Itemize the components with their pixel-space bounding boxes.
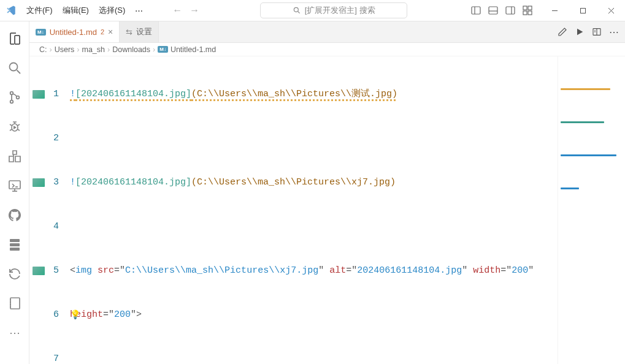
- activity-server[interactable]: [0, 232, 29, 257]
- image-thumb-icon: [33, 178, 45, 187]
- svg-rect-27: [10, 239, 20, 242]
- line-numbers: 1 2 3 4 5 6 7: [48, 56, 70, 364]
- svg-rect-6: [506, 7, 515, 14]
- split-icon[interactable]: [592, 27, 602, 37]
- menu-edit[interactable]: 编辑(E): [58, 0, 94, 21]
- minimap[interactable]: [558, 56, 625, 364]
- svg-rect-10: [523, 11, 527, 15]
- markdown-badge-icon: M↓: [36, 29, 46, 36]
- tab-label: 设置: [136, 26, 152, 37]
- svg-rect-23: [9, 181, 20, 189]
- svg-rect-29: [10, 248, 20, 251]
- breadcrumb-segment[interactable]: Downloads: [112, 45, 150, 54]
- editor-more-icon[interactable]: ⋯: [609, 26, 619, 38]
- command-center-search[interactable]: [扩展开发宿主] 搜索: [260, 2, 407, 18]
- svg-marker-35: [577, 29, 583, 36]
- menubar: 文件(F) 编辑(E) 选择(S) ⋯ ← → [扩展开发宿主] 搜索: [0, 0, 625, 21]
- activity-search[interactable]: [0, 56, 29, 80]
- svg-rect-4: [489, 7, 497, 14]
- activity-debug[interactable]: [0, 115, 29, 139]
- activity-bar: ⋯: [0, 21, 29, 364]
- window-close-button[interactable]: [597, 0, 625, 21]
- window-minimize-button[interactable]: [540, 0, 569, 21]
- image-thumb-icon: [33, 90, 45, 99]
- activity-notebook[interactable]: [0, 291, 29, 316]
- editor-content[interactable]: 1 2 3 4 5 6 7 ![202406161148104.jpg](C:\…: [29, 56, 625, 364]
- breadcrumb-segment[interactable]: Untitled-1.md: [171, 45, 216, 54]
- svg-marker-22: [13, 126, 17, 129]
- layout-bottom-icon[interactable]: [485, 2, 501, 18]
- svg-rect-30: [10, 298, 20, 309]
- pencil-icon[interactable]: [558, 27, 567, 37]
- activity-explorer[interactable]: [0, 26, 29, 51]
- tab-label: Untitled-1.md: [50, 28, 97, 37]
- lightbulb-icon[interactable]: 💡: [70, 308, 80, 322]
- svg-point-0: [294, 7, 298, 12]
- activity-remote[interactable]: [0, 173, 29, 198]
- svg-rect-2: [472, 7, 480, 14]
- activity-github[interactable]: [0, 203, 29, 227]
- svg-rect-8: [523, 6, 527, 10]
- vscode-logo: [0, 0, 21, 21]
- tab-bar: M↓ Untitled-1.md 2 × ⇆ 设置 ⋯: [29, 21, 625, 43]
- nav-back-icon[interactable]: ←: [172, 5, 182, 16]
- code-area[interactable]: ![202406161148104.jpg](C:\\Users\\ma_sh\…: [70, 56, 558, 364]
- gear-icon: ⇆: [126, 28, 132, 37]
- menu-more[interactable]: ⋯: [130, 6, 148, 15]
- menu-file[interactable]: 文件(F): [21, 0, 58, 21]
- activity-extensions[interactable]: [0, 144, 29, 169]
- tab-settings[interactable]: ⇆ 设置: [120, 21, 159, 42]
- markdown-badge-icon: M↓: [158, 46, 168, 53]
- run-icon[interactable]: [575, 27, 585, 37]
- tab-close-icon[interactable]: ×: [108, 27, 113, 37]
- search-icon: [293, 6, 301, 15]
- search-placeholder: [扩展开发宿主] 搜索: [305, 5, 375, 16]
- gutter-decorations: [29, 56, 48, 364]
- nav-forward-icon[interactable]: →: [190, 5, 199, 16]
- svg-rect-11: [528, 11, 532, 15]
- svg-rect-9: [528, 6, 532, 10]
- menu-select[interactable]: 选择(S): [94, 0, 130, 21]
- svg-line-1: [297, 12, 299, 13]
- image-thumb-icon: [33, 267, 45, 275]
- breadcrumb-segment[interactable]: C:: [39, 45, 47, 54]
- tab-file-md[interactable]: M↓ Untitled-1.md 2 ×: [29, 21, 120, 42]
- activity-sync[interactable]: [0, 262, 29, 286]
- breadcrumb: C:› Users› ma_sh› Downloads› M↓ Untitled…: [29, 43, 625, 56]
- svg-point-16: [9, 63, 17, 71]
- breadcrumb-segment[interactable]: Users: [55, 45, 75, 54]
- svg-point-18: [10, 92, 13, 95]
- activity-more[interactable]: ⋯: [0, 320, 29, 345]
- svg-rect-13: [580, 8, 585, 13]
- activity-scm[interactable]: [0, 85, 29, 110]
- window-maximize-button[interactable]: [569, 0, 597, 21]
- layout-customize-icon[interactable]: [520, 2, 535, 18]
- breadcrumb-segment[interactable]: ma_sh: [82, 45, 105, 54]
- svg-rect-28: [10, 243, 20, 246]
- tab-dirty-indicator: 2: [101, 28, 104, 36]
- svg-point-19: [10, 100, 13, 104]
- layout-right-icon[interactable]: [502, 2, 518, 18]
- svg-line-17: [17, 70, 20, 74]
- layout-left-icon[interactable]: [468, 2, 484, 18]
